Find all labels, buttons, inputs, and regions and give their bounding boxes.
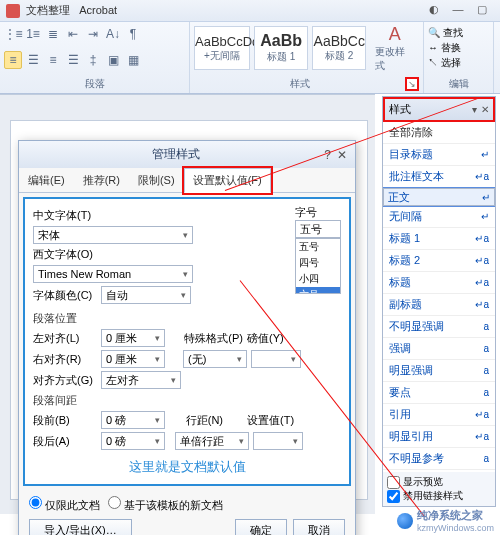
watermark: 纯净系统之家kzmyWindows.com [397, 508, 494, 533]
replace-button[interactable]: ↔ 替换 [428, 40, 489, 55]
multilevel-button[interactable]: ≣ [44, 25, 62, 43]
cn-font-select[interactable]: 宋体▾ [33, 226, 193, 244]
style-list-item[interactable]: 要点a [383, 382, 495, 404]
styles-list[interactable]: 全部清除目录标题↵批注框文本↵a正文↵无间隔↵标题 1↵a标题 2↵a标题↵a副… [383, 122, 495, 472]
maximize-button[interactable]: ▢ [470, 3, 494, 19]
linespacing-label: 行距(N) [169, 413, 223, 428]
disable-linked-checkbox[interactable]: 禁用链接样式 [387, 489, 491, 503]
style-list-item[interactable]: 明显引用↵a [383, 426, 495, 448]
style-list-item[interactable]: 副标题↵a [383, 294, 495, 316]
style-list-item[interactable]: 不明显参考a [383, 448, 495, 470]
pane-close-icon[interactable]: ✕ [481, 104, 489, 115]
styles-pane-footer: 显示预览 禁用链接样式 [383, 472, 495, 506]
style-item-heading1[interactable]: AaBb标题 1 [254, 26, 308, 70]
align-label: 对齐方式(G) [33, 373, 97, 388]
align-select[interactable]: 左对齐▾ [101, 371, 181, 389]
tab-set-defaults[interactable]: 设置默认值(F) [184, 168, 271, 193]
special-select[interactable]: (无)▾ [183, 350, 247, 368]
font-size-input[interactable]: 五号 [295, 220, 341, 238]
dialog-footer: 仅限此文档 基于该模板的新文档 [19, 490, 355, 519]
by-label: 磅值(Y) [247, 331, 284, 346]
minimize-button[interactable]: — [446, 3, 470, 19]
dialog-help-icon[interactable]: ? [324, 148, 331, 162]
left-indent-input[interactable]: 0 厘米▾ [101, 329, 165, 347]
borders-button[interactable]: ▦ [124, 51, 142, 69]
help-icon[interactable]: ◐ [422, 3, 446, 19]
pane-dropdown-icon[interactable]: ▾ [472, 104, 477, 115]
para-spacing-header: 段落间距 [33, 393, 341, 408]
bullets-button[interactable]: ⋮≡ [4, 25, 22, 43]
style-list-item[interactable]: 标题 2↵a [383, 250, 495, 272]
ribbon-group-paragraph: ⋮≡ 1≡ ≣ ⇤ ⇥ A↓ ¶ ≡ ☰ ≡ ☰ ‡ ▣ ▦ 段落 [0, 22, 190, 93]
tab-recommend[interactable]: 推荐(R) [74, 168, 129, 192]
right-indent-input[interactable]: 0 厘米▾ [101, 350, 165, 368]
after-input[interactable]: 0 磅▾ [101, 432, 165, 450]
styles-pane-header: 样式 ▾ ✕ [383, 97, 495, 122]
ok-button[interactable]: 确定 [235, 519, 287, 535]
dialog-tabs: 编辑(E) 推荐(R) 限制(S) 设置默认值(F) [19, 168, 355, 193]
right-indent-label: 右对齐(R) [33, 352, 97, 367]
dialog-titlebar: 管理样式 ? ✕ [19, 141, 355, 168]
select-button[interactable]: ↖ 选择 [428, 55, 489, 70]
decrease-indent-button[interactable]: ⇤ [64, 25, 82, 43]
style-item-heading2[interactable]: AaBbCc标题 2 [312, 26, 366, 70]
sort-button[interactable]: A↓ [104, 25, 122, 43]
font-color-label: 字体颜色(C) [33, 288, 97, 303]
show-preview-checkbox[interactable]: 显示预览 [387, 475, 491, 489]
align-center-button[interactable]: ☰ [24, 51, 42, 69]
west-font-label: 西文字体(O) [33, 247, 97, 262]
style-list-item[interactable]: 目录标题↵ [383, 144, 495, 166]
style-list-item[interactable]: 全部清除 [383, 122, 495, 144]
align-right-button[interactable]: ≡ [44, 51, 62, 69]
by-input[interactable]: ▾ [251, 350, 301, 368]
styles-pane-title: 样式 [389, 102, 411, 117]
before-input[interactable]: 0 磅▾ [101, 411, 165, 429]
show-marks-button[interactable]: ¶ [124, 25, 142, 43]
annotation-note: 这里就是文档默认值 [33, 458, 341, 476]
styles-launcher-button[interactable]: ↘ [405, 77, 419, 91]
para-position-header: 段落位置 [33, 311, 341, 326]
style-list-item[interactable]: 正文↵ [383, 188, 495, 206]
style-list-item[interactable]: 强调a [383, 338, 495, 360]
group-label-paragraph: 段落 [4, 77, 185, 91]
only-this-doc-radio[interactable]: 仅限此文档 [29, 496, 100, 513]
title-text: 文档整理 Acrobat [26, 3, 422, 18]
change-styles-button[interactable]: A更改样式 [370, 28, 419, 68]
left-indent-label: 左对齐(L) [33, 331, 97, 346]
west-font-select[interactable]: Times New Roman▾ [33, 265, 193, 283]
find-button[interactable]: 🔍 查找 [428, 25, 489, 40]
style-item-nospace[interactable]: AaBbCcDd+无间隔 [194, 26, 250, 70]
linespacing-select[interactable]: 单倍行距▾ [175, 432, 249, 450]
based-template-radio[interactable]: 基于该模板的新文档 [108, 496, 223, 513]
tab-restrict[interactable]: 限制(S) [129, 168, 184, 192]
justify-button[interactable]: ☰ [64, 51, 82, 69]
cn-font-label: 中文字体(T) [33, 208, 97, 223]
numbering-button[interactable]: 1≡ [24, 25, 42, 43]
dialog-title: 管理样式 [27, 146, 324, 163]
at-input[interactable]: ▾ [253, 432, 303, 450]
style-list-item[interactable]: 引用↵a [383, 404, 495, 426]
cancel-button[interactable]: 取消 [293, 519, 345, 535]
line-spacing-button[interactable]: ‡ [84, 51, 102, 69]
dialog-body: 中文字体(T) 宋体▾ 西文字体(O) Times New Roman▾ 字体颜… [23, 197, 351, 486]
shading-button[interactable]: ▣ [104, 51, 122, 69]
style-list-item[interactable]: 批注框文本↵a [383, 166, 495, 188]
special-label: 特殊格式(P) [169, 331, 243, 346]
app-icon [6, 4, 20, 18]
style-list-item[interactable]: 无间隔↵ [383, 206, 495, 228]
dialog-close-icon[interactable]: ✕ [337, 148, 347, 162]
watermark-logo-icon [397, 513, 413, 529]
styles-pane: 样式 ▾ ✕ 全部清除目录标题↵批注框文本↵a正文↵无间隔↵标题 1↵a标题 2… [382, 96, 496, 507]
align-left-button[interactable]: ≡ [4, 51, 22, 69]
style-list-item[interactable]: 标题↵a [383, 272, 495, 294]
tab-edit[interactable]: 编辑(E) [19, 168, 74, 192]
ribbon: ⋮≡ 1≡ ≣ ⇤ ⇥ A↓ ¶ ≡ ☰ ≡ ☰ ‡ ▣ ▦ 段落 AaBbCc… [0, 22, 500, 94]
font-size-listbox[interactable]: 五号四号小四六号 [295, 238, 341, 294]
style-list-item[interactable]: 不明显强调a [383, 316, 495, 338]
import-export-button[interactable]: 导入/导出(X)… [29, 519, 132, 535]
style-list-item[interactable]: 标题 1↵a [383, 228, 495, 250]
font-color-select[interactable]: 自动▾ [101, 286, 191, 304]
increase-indent-button[interactable]: ⇥ [84, 25, 102, 43]
ribbon-group-styles: AaBbCcDd+无间隔 AaBb标题 1 AaBbCc标题 2 A更改样式 样… [190, 22, 424, 93]
style-list-item[interactable]: 明显强调a [383, 360, 495, 382]
